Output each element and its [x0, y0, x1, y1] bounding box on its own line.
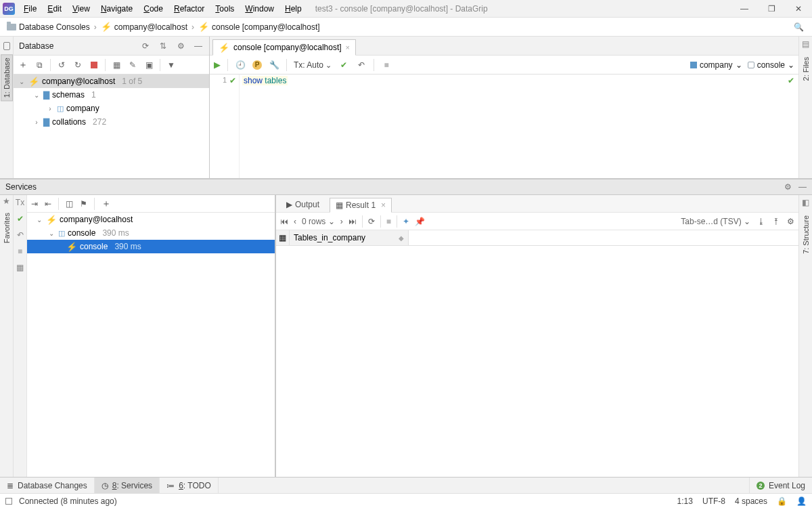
- database-tree[interactable]: ⌄ ⚡ company@localhost 1 of 5 ⌄ ▇ schemas…: [14, 75, 209, 178]
- menu-navigate[interactable]: Navigate: [95, 2, 138, 16]
- compare-icon[interactable]: ✦: [403, 217, 409, 226]
- btab-database-changes[interactable]: ≣Database Changes: [0, 478, 95, 494]
- menu-code[interactable]: Code: [138, 2, 168, 16]
- btab-todo[interactable]: ≔6: TODO: [160, 478, 219, 494]
- run-button[interactable]: ▶: [214, 60, 221, 70]
- bookmark-icon[interactable]: ⚑: [80, 199, 87, 209]
- grid-row-corner[interactable]: ▦: [276, 230, 290, 245]
- tree-node-connection[interactable]: ⌄ ⚡ company@localhost 1 of 5: [14, 75, 209, 88]
- btab-event-log[interactable]: 2Event Log: [749, 478, 812, 494]
- filter-icon[interactable]: ⇅: [158, 41, 168, 51]
- stop-icon[interactable]: ■: [381, 60, 392, 70]
- console-open-icon[interactable]: ▣: [143, 60, 154, 70]
- reload-icon[interactable]: ⟳: [368, 217, 375, 226]
- wrench-icon[interactable]: 🔧: [269, 60, 279, 70]
- tool-tab-favorites[interactable]: Favorites: [1, 210, 12, 246]
- add-service-button[interactable]: ＋: [102, 198, 111, 210]
- next-page-icon[interactable]: ›: [340, 217, 343, 226]
- history-icon[interactable]: 🕘: [235, 60, 246, 70]
- gear-icon[interactable]: ⚙: [787, 217, 794, 226]
- tool-tab-database[interactable]: 1: Database: [1, 54, 13, 101]
- menu-file[interactable]: File: [18, 2, 42, 16]
- files-stripe-icon[interactable]: ▤: [802, 39, 809, 49]
- svc-node-console[interactable]: ⌄ ◫ console 390 ms: [27, 226, 275, 240]
- menu-tools[interactable]: Tools: [210, 2, 240, 16]
- rollback-icon[interactable]: ↶: [17, 230, 24, 240]
- menu-help[interactable]: Help: [279, 2, 307, 16]
- tool-tab-structure[interactable]: 7: Structure: [800, 213, 811, 257]
- stop-icon[interactable]: ■: [18, 247, 22, 256]
- check-icon[interactable]: ✔: [17, 214, 24, 224]
- status-icon[interactable]: [5, 498, 12, 505]
- indent-settings[interactable]: 4 spaces: [735, 496, 767, 506]
- tx-mode-dropdown[interactable]: Tx: Auto ⌄: [294, 60, 332, 70]
- search-everywhere-icon[interactable]: 🔍: [794, 22, 804, 32]
- btab-services[interactable]: ◷8: Services: [95, 478, 160, 494]
- rollback-icon[interactable]: ↶: [356, 60, 367, 70]
- tx-icon[interactable]: Tx: [16, 198, 24, 207]
- breadcrumb-connection[interactable]: ⚡company@localhost: [98, 22, 190, 32]
- menu-window[interactable]: Window: [240, 2, 279, 16]
- tree-node-collations[interactable]: › ▇ collations 272: [14, 115, 209, 129]
- refresh-icon[interactable]: ↺: [56, 60, 67, 70]
- stop-icon[interactable]: ■: [386, 217, 391, 226]
- editor-tab-console[interactable]: ⚡ console [company@localhost] ×: [212, 39, 356, 56]
- sync-icon[interactable]: ↻: [72, 60, 83, 70]
- readonly-lock-icon[interactable]: 🔒: [777, 496, 787, 506]
- export-format-dropdown[interactable]: Tab-se…d (TSV) ⌄: [681, 217, 750, 226]
- close-tab-icon[interactable]: ×: [381, 200, 386, 210]
- group-icon[interactable]: ◫: [66, 199, 73, 209]
- breadcrumb-root[interactable]: Database Consoles: [4, 22, 93, 32]
- grid-column-header[interactable]: Tables_in_company◆: [290, 230, 409, 245]
- tab-result-1[interactable]: ▦Result 1×: [330, 198, 392, 213]
- caret-position[interactable]: 1:13: [677, 496, 693, 506]
- expand-all-icon[interactable]: ⇥: [31, 199, 38, 209]
- breadcrumb-console[interactable]: ⚡console [company@localhost]: [196, 22, 323, 32]
- tool-tab-files[interactable]: 2: Files: [800, 54, 811, 83]
- prev-page-icon[interactable]: ‹: [294, 217, 296, 226]
- gear-icon[interactable]: ⚙: [784, 182, 792, 192]
- tree-node-schema-company[interactable]: › ◫ company: [14, 102, 209, 115]
- duplicate-icon[interactable]: ⧉: [34, 60, 45, 70]
- file-encoding[interactable]: UTF-8: [702, 496, 725, 506]
- menu-refactor[interactable]: Refactor: [168, 2, 210, 16]
- upload-icon[interactable]: ⭱: [772, 217, 780, 226]
- svc-node-run-selected[interactable]: ⚡ console 390 ms: [27, 240, 275, 253]
- stop-button[interactable]: [89, 60, 99, 70]
- code-editor[interactable]: show tables ✔: [240, 75, 798, 178]
- result-grid-body[interactable]: [276, 246, 798, 477]
- sync-icon[interactable]: ⟳: [140, 41, 151, 51]
- first-page-icon[interactable]: ⏮: [280, 217, 288, 226]
- add-datasource-button[interactable]: ＋: [18, 60, 28, 70]
- download-icon[interactable]: ⭳: [757, 217, 765, 226]
- hide-panel-button[interactable]: —: [798, 182, 807, 192]
- services-tree[interactable]: ⌄ ⚡ company@localhost ⌄ ◫ console 390 ms…: [27, 213, 275, 477]
- window-maximize-button[interactable]: ❐: [758, 0, 785, 18]
- svc-node-connection[interactable]: ⌄ ⚡ company@localhost: [27, 213, 275, 226]
- close-tab-icon[interactable]: ×: [346, 43, 350, 51]
- table-icon[interactable]: ▦: [111, 60, 122, 70]
- collapse-all-icon[interactable]: ⇤: [45, 199, 51, 209]
- sort-icon[interactable]: ◆: [399, 234, 404, 242]
- last-page-icon[interactable]: ⏭: [348, 217, 357, 226]
- run-marker-icon[interactable]: ✔: [229, 76, 236, 178]
- menu-edit[interactable]: Edit: [42, 2, 67, 16]
- commit-icon[interactable]: ✔: [338, 60, 349, 70]
- gear-icon[interactable]: ⚙: [175, 41, 186, 51]
- window-close-button[interactable]: ✕: [785, 0, 812, 18]
- tab-output[interactable]: ▶Output: [280, 197, 325, 212]
- edit-icon[interactable]: ✎: [127, 60, 138, 70]
- explain-plan-icon[interactable]: P: [252, 60, 262, 70]
- rows-dropdown[interactable]: 0 rows ⌄: [302, 217, 335, 226]
- window-minimize-button[interactable]: —: [731, 0, 758, 18]
- memory-indicator-icon[interactable]: 👤: [796, 496, 807, 506]
- console-selector[interactable]: console ⌄: [748, 60, 794, 70]
- schema-selector[interactable]: company ⌄: [690, 60, 742, 70]
- menu-view[interactable]: View: [67, 2, 95, 16]
- result-toolbar: ⏮ ‹ 0 rows ⌄ › ⏭ ⟳ ■ ✦ 📌 Tab-se…d (TSV) …: [276, 213, 798, 230]
- hide-panel-button[interactable]: —: [193, 41, 204, 51]
- funnel-icon[interactable]: ▼: [166, 60, 177, 70]
- layout-icon[interactable]: ▦: [16, 263, 24, 272]
- pin-icon[interactable]: 📌: [415, 217, 425, 226]
- tree-node-schemas[interactable]: ⌄ ▇ schemas 1: [14, 88, 209, 102]
